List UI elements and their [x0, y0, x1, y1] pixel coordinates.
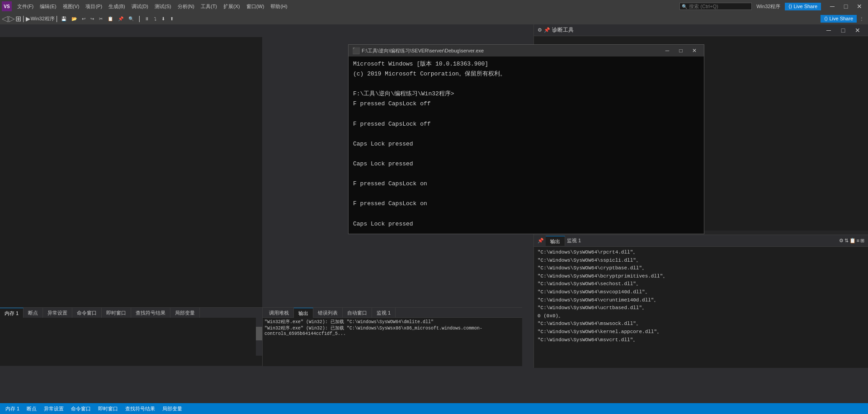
output-line-1: "Win32程序.exe" (Win32): 已加载 "C:\Windows\S… — [264, 319, 520, 325]
cmd-line-5: F pressed CapsLock off — [353, 99, 699, 109]
output-content: "Win32程序.exe" (Win32): 已加载 "C:\Windows\S… — [263, 318, 522, 337]
live-share-right[interactable]: ⟨⟩ Live Share — [821, 15, 857, 23]
tab-immediate-window[interactable]: 即时窗口 — [102, 308, 131, 318]
diag-placeholder — [534, 36, 868, 45]
statusbar-locals[interactable]: 局部变量 — [160, 405, 184, 412]
bottom-content — [0, 318, 262, 366]
rb-filter-icon[interactable]: ⚙ — [839, 238, 844, 244]
live-share-right-icon: ⟨⟩ — [824, 16, 828, 22]
cmd-line-6 — [353, 109, 699, 119]
editor-left-panel — [0, 37, 262, 335]
tab-breakpoints[interactable]: 断点 — [24, 308, 43, 318]
cmd-maximize-button[interactable]: □ — [675, 46, 687, 56]
cmd-titlebar: ⬛ F:\工具\逆向\编程练习\SEVER\server\Debug\serve… — [349, 45, 704, 56]
rb-pin-icon: 📌 — [538, 238, 544, 244]
top-menubar: VS 文件(F) 编辑(E) 视图(V) 项目(P) 生成(B) 调试(D) 测… — [0, 0, 868, 13]
tab-memory1[interactable]: 内存 1 — [0, 308, 24, 318]
menu-debug[interactable]: 调试(D) — [129, 2, 151, 11]
tab-auto-window[interactable]: 自动窗口 — [343, 308, 372, 318]
tb-copy[interactable]: 📋 — [105, 16, 115, 22]
diag-close-button[interactable]: ✕ — [851, 25, 864, 35]
tab-locals[interactable]: 局部变量 — [170, 308, 200, 318]
toolbar-run-icon[interactable]: ▶ — [26, 15, 30, 22]
output-line-2: "Win32程序.exe" (Win32): 已加载 "C:\Windows\S… — [264, 325, 520, 336]
search-input[interactable] — [689, 4, 743, 9]
tb-bp[interactable]: ⏸ — [142, 16, 151, 22]
tb-save[interactable]: 💾 — [59, 16, 69, 22]
close-button[interactable]: ✕ — [853, 0, 866, 13]
statusbar-memory[interactable]: 内存 1 — [4, 405, 21, 412]
toolbar-icon-2: ▷ — [9, 14, 15, 24]
tab-error-list[interactable]: 错误列表 — [313, 308, 343, 318]
menu-edit[interactable]: 编辑(E) — [37, 2, 59, 11]
live-share-button[interactable]: ⟨⟩ Live Share — [785, 3, 821, 10]
tab-exception-settings[interactable]: 异常设置 — [43, 308, 72, 318]
statusbar-breakpoints[interactable]: 断点 — [25, 405, 38, 412]
cmd-minimize-button[interactable]: ─ — [661, 46, 673, 56]
cmd-line-2: (c) 2019 Microsoft Corporation。保留所有权利。 — [353, 69, 699, 79]
cmd-line-17: Caps Lock pressed — [353, 219, 699, 229]
tab-watch1[interactable]: 监视 1 — [372, 308, 396, 318]
menu-window[interactable]: 窗口(W) — [244, 2, 267, 11]
menu-file[interactable]: 文件(F) — [14, 2, 36, 11]
cmd-window[interactable]: ⬛ F:\工具\逆向\编程练习\SEVER\server\Debug\serve… — [348, 44, 704, 234]
menu-extend[interactable]: 扩展(X) — [221, 2, 243, 11]
window-controls: ─ □ ✕ — [826, 0, 866, 13]
tab-call-stack[interactable]: 调用堆栈 — [264, 308, 294, 318]
scrollbar-thumb[interactable] — [256, 327, 262, 340]
tb-paste[interactable]: 📌 — [116, 16, 126, 22]
rb-line-7: "C:\Windows\SysWOW64\vcruntime140d.dll"。 — [538, 296, 864, 305]
diag-minimize-button[interactable]: ─ — [822, 25, 835, 35]
tab-find-symbol[interactable]: 查找符号结果 — [131, 308, 170, 318]
tb-undo[interactable]: ↩ — [80, 16, 88, 22]
menu-build[interactable]: 生成(B) — [106, 2, 128, 11]
cmd-line-10 — [353, 149, 699, 159]
statusbar-find[interactable]: 查找符号结果 — [123, 405, 157, 412]
statusbar-exception[interactable]: 异常设置 — [42, 405, 66, 412]
tab-command-window[interactable]: 命令窗口 — [72, 308, 102, 318]
scrollbar-bottom[interactable] — [256, 318, 262, 356]
cmd-line-3 — [353, 79, 699, 89]
menu-project[interactable]: 项目(P) — [83, 2, 105, 11]
rb-line-8: "C:\Windows\SysWOW64\ucrtbased.dll"。 — [538, 304, 864, 312]
menu-view[interactable]: 视图(V) — [60, 2, 82, 11]
diag-pin-icon: 📌 — [544, 27, 550, 33]
rb-copy-icon[interactable]: 📋 — [849, 238, 856, 244]
statusbar-command[interactable]: 命令窗口 — [69, 405, 93, 412]
tb-open[interactable]: 📂 — [69, 16, 79, 22]
tb-cut[interactable]: ✂ — [97, 16, 105, 22]
cmd-line-14 — [353, 189, 699, 199]
menu-test[interactable]: 测试(S) — [152, 2, 174, 11]
search-box[interactable]: 🔍 — [679, 3, 752, 10]
tb-step-over[interactable]: ⤵ — [152, 16, 159, 22]
menu-help[interactable]: 帮助(H) — [268, 2, 290, 11]
toolbar-divider3: | — [138, 15, 140, 22]
tab-output[interactable]: 输出 — [294, 308, 313, 318]
rb-line-6: "C:\Windows\SysWOW64\msvcop140d.dll"。 — [538, 288, 864, 296]
live-share-label: Live Share — [793, 4, 817, 9]
cmd-icon: ⬛ — [352, 47, 360, 54]
tb-step-out[interactable]: ⬆ — [168, 16, 176, 22]
diag-maximize-button[interactable]: □ — [836, 25, 850, 35]
statusbar-immediate[interactable]: 即时窗口 — [96, 405, 120, 412]
tb-step-in[interactable]: ⬇ — [159, 16, 167, 22]
rb-grid-icon[interactable]: ⊞ — [860, 238, 864, 244]
tb-redo[interactable]: ↪ — [88, 16, 96, 22]
diag-title: 诊断工具 — [552, 26, 574, 34]
rb-sort-icon[interactable]: ⇅ — [844, 238, 849, 244]
menu-tools[interactable]: 工具(T) — [198, 2, 220, 11]
menu-analyze[interactable]: 分析(N) — [175, 2, 197, 11]
gear-icon: ⚙ — [538, 27, 542, 33]
tb-search[interactable]: 🔍 — [126, 16, 136, 22]
rb-list-icon[interactable]: ≡ — [857, 238, 859, 244]
rb-line-4: "C:\Windows\SysWOW64\bcryptprimitives.dl… — [538, 273, 864, 281]
cmd-close-button[interactable]: ✕ — [689, 46, 700, 56]
cmd-title: F:\工具\逆向\编程练习\SEVER\server\Debug\server.… — [362, 47, 660, 54]
tb-more[interactable]: ⋮ — [857, 16, 866, 22]
maximize-button[interactable]: □ — [839, 0, 853, 13]
output-panel: 调用堆栈 输出 错误列表 自动窗口 监视 1 "Win32程序.exe" (Wi… — [262, 307, 522, 366]
tab-output-right[interactable]: 输出 — [546, 236, 565, 246]
cmd-body: Microsoft Windows [版本 10.0.18363.900] (c… — [349, 56, 704, 234]
live-share-right-label: Live Share — [829, 16, 853, 21]
minimize-button[interactable]: ─ — [826, 0, 839, 13]
